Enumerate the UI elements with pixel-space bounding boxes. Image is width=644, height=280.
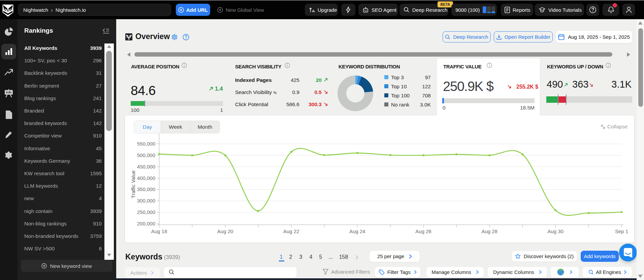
svg-text:550,000: 550,000 — [137, 141, 155, 147]
svg-text:400,000: 400,000 — [137, 175, 155, 181]
svg-text:350,000: 350,000 — [137, 186, 155, 192]
svg-text:Sep 1: Sep 1 — [615, 228, 628, 234]
svg-text:Aug 24: Aug 24 — [349, 228, 365, 234]
svg-text:250,000: 250,000 — [137, 209, 155, 215]
svg-text:450,000: 450,000 — [137, 164, 155, 169]
svg-text:200,000: 200,000 — [137, 221, 155, 226]
svg-text:Aug 20: Aug 20 — [217, 228, 233, 234]
svg-text:Aug 26: Aug 26 — [415, 228, 431, 234]
svg-text:300,000: 300,000 — [137, 198, 155, 204]
svg-text:Aug 28: Aug 28 — [481, 228, 497, 234]
svg-text:Traffic Value: Traffic Value — [130, 170, 136, 198]
svg-text:500,000: 500,000 — [137, 152, 155, 158]
svg-text:Aug 22: Aug 22 — [283, 228, 299, 234]
svg-text:Aug 30: Aug 30 — [548, 228, 564, 234]
svg-text:Aug 18: Aug 18 — [151, 228, 167, 234]
